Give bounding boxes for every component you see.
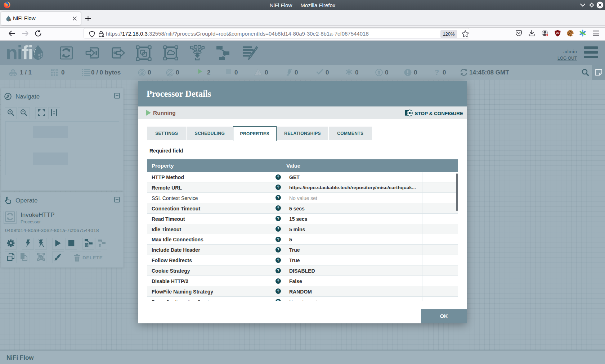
svg-text:UO: UO: [556, 32, 560, 34]
svg-text:?: ?: [435, 69, 439, 76]
